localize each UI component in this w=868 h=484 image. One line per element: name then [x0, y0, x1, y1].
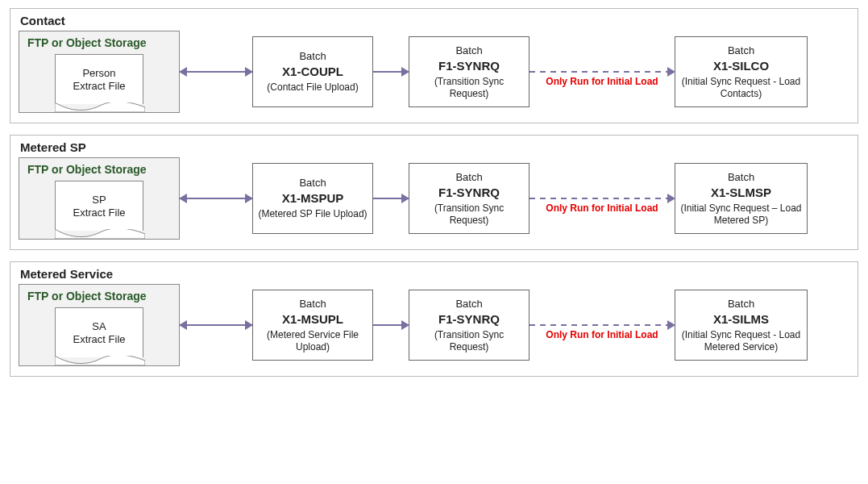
file-icon: Person Extract File: [55, 54, 143, 104]
dashed-arrow-right-icon: Only Run for Initial Load: [530, 324, 675, 326]
document-wave-icon: [55, 356, 145, 365]
file-label-2: Extract File: [56, 333, 143, 346]
file-label-2: Extract File: [56, 207, 143, 219]
arrow-right-icon: [373, 198, 409, 199]
batch-step-1: Batch X1-COUPL (Contact File Upload): [252, 36, 373, 107]
section-title: Contact: [20, 14, 849, 27]
document-wave-icon: [55, 229, 145, 239]
batch-step-3: Batch X1-SILMS (Initial Sync Request - L…: [675, 290, 808, 361]
batch-desc: (Initial Sync Request - Load Metered Ser…: [680, 329, 802, 353]
batch-step-2: Batch F1-SYNRQ (Transition Sync Request): [409, 36, 530, 107]
bidirectional-arrow-icon: [180, 324, 252, 326]
flow-row: FTP or Object Storage Person Extract Fil…: [19, 31, 849, 113]
file-label-1: Person: [56, 67, 143, 80]
arrow-caption: Only Run for Initial Load: [530, 76, 675, 87]
arrow-right-icon: [373, 71, 409, 73]
batch-code: F1-SYNRQ: [414, 186, 524, 201]
batch-label: Batch: [680, 298, 802, 311]
batch-label: Batch: [414, 171, 524, 184]
flow-row: FTP or Object Storage SP Extract File Ba…: [19, 157, 849, 240]
batch-code: X1-SILMS: [680, 312, 802, 328]
batch-step-3: Batch X1-SLMSP (Initial Sync Request – L…: [675, 163, 808, 234]
storage-title: FTP or Object Storage: [27, 163, 171, 176]
batch-step-1: Batch X1-MSUPL (Metered Service File Upl…: [252, 290, 373, 361]
batch-label: Batch: [680, 44, 802, 57]
section-metered-sp: Metered SP FTP or Object Storage SP Extr…: [10, 135, 858, 250]
storage-title: FTP or Object Storage: [27, 290, 171, 302]
batch-desc: (Contact File Upload): [258, 81, 368, 94]
batch-desc: (Transition Sync Request): [414, 76, 524, 100]
file-label-1: SP: [56, 194, 143, 207]
batch-step-2: Batch F1-SYNRQ (Transition Sync Request): [409, 290, 530, 361]
file-icon: SP Extract File: [55, 181, 143, 231]
dashed-arrow-right-icon: Only Run for Initial Load: [530, 198, 675, 199]
batch-step-2: Batch F1-SYNRQ (Transition Sync Request): [409, 163, 530, 234]
dashed-arrow-right-icon: Only Run for Initial Load: [530, 71, 675, 73]
section-metered-service: Metered Service FTP or Object Storage SA…: [10, 261, 858, 377]
batch-desc: (Metered Service File Upload): [258, 329, 368, 353]
batch-step-1: Batch X1-MSPUP (Metered SP File Upload): [252, 163, 373, 234]
batch-desc: (Transition Sync Request): [414, 329, 524, 353]
batch-step-3: Batch X1-SILCO (Initial Sync Request - L…: [675, 36, 808, 107]
batch-desc: (Metered SP File Upload): [258, 208, 368, 220]
batch-code: X1-SILCO: [680, 59, 802, 74]
batch-label: Batch: [258, 50, 368, 63]
batch-label: Batch: [258, 177, 368, 190]
batch-label: Batch: [414, 44, 524, 57]
storage-box: FTP or Object Storage SP Extract File: [19, 157, 180, 240]
batch-code: F1-SYNRQ: [414, 312, 524, 328]
batch-code: F1-SYNRQ: [414, 59, 524, 74]
section-title: Metered SP: [20, 140, 849, 154]
section-contact: Contact FTP or Object Storage Person Ext…: [10, 8, 858, 123]
storage-title: FTP or Object Storage: [27, 36, 171, 49]
document-wave-icon: [55, 102, 145, 112]
flow-row: FTP or Object Storage SA Extract File Ba…: [19, 284, 849, 366]
storage-box: FTP or Object Storage Person Extract Fil…: [19, 31, 180, 113]
batch-label: Batch: [680, 171, 802, 184]
file-icon: SA Extract File: [55, 307, 143, 357]
storage-box: FTP or Object Storage SA Extract File: [19, 284, 180, 366]
batch-code: X1-MSUPL: [258, 312, 368, 328]
batch-desc: (Initial Sync Request – Load Metered SP): [680, 202, 802, 227]
bidirectional-arrow-icon: [180, 71, 252, 73]
arrow-caption: Only Run for Initial Load: [530, 329, 675, 340]
arrow-caption: Only Run for Initial Load: [530, 202, 675, 214]
batch-code: X1-COUPL: [258, 65, 368, 80]
arrow-right-icon: [373, 324, 409, 326]
batch-code: X1-MSPUP: [258, 191, 368, 207]
batch-desc: (Transition Sync Request): [414, 202, 524, 227]
batch-label: Batch: [414, 298, 524, 311]
batch-desc: (Initial Sync Request - Load Contacts): [680, 76, 802, 100]
file-label-1: SA: [56, 320, 143, 333]
section-title: Metered Service: [20, 267, 849, 281]
batch-code: X1-SLMSP: [680, 186, 802, 201]
bidirectional-arrow-icon: [180, 198, 252, 199]
file-label-2: Extract File: [56, 80, 143, 93]
batch-label: Batch: [258, 298, 368, 311]
